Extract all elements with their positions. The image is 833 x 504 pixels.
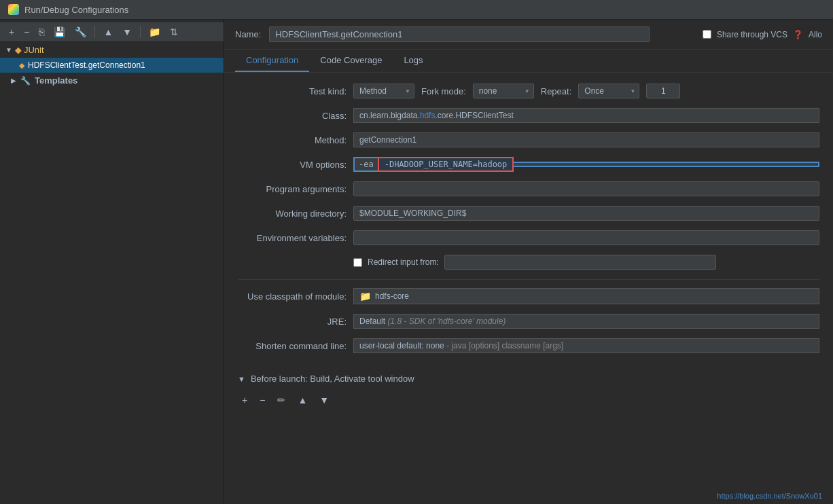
jre-row: JRE: Default (1.8 - SDK of 'hdfs-core' m…: [238, 314, 819, 329]
redirect-input[interactable]: [444, 255, 716, 270]
repeat-select-wrapper: Once: [578, 84, 639, 98]
redirect-checkbox[interactable]: [353, 258, 362, 267]
footer-url-area: https://blog.csdn.net/SnowXu01: [717, 491, 822, 501]
junit-arrow-icon: ▼: [5, 46, 12, 54]
form-area: Test kind: Method Fork mode: none: [224, 73, 833, 374]
shorten-detail: - java [options] classname [args]: [446, 341, 563, 350]
folder-button[interactable]: 📁: [145, 25, 164, 39]
shorten-label: Shorten command line:: [238, 341, 347, 351]
before-launch-label: Before launch: Build, Activate tool wind…: [251, 374, 414, 384]
before-launch-actions: + − ✏ ▲ ▼: [238, 391, 819, 407]
class-prefix: cn.learn.bigdata.: [359, 111, 420, 120]
redirect-label: Redirect input from:: [368, 257, 439, 267]
test-kind-row: Test kind: Method Fork mode: none: [238, 84, 819, 98]
test-kind-select[interactable]: Method: [353, 84, 414, 98]
save-button[interactable]: 💾: [50, 25, 69, 39]
copy-button[interactable]: ⎘: [35, 25, 48, 39]
method-value-display: getConnection1: [353, 132, 819, 147]
fork-mode-select-wrapper: none: [473, 84, 534, 98]
remove-button[interactable]: −: [20, 25, 33, 39]
before-launch-down-btn[interactable]: ▼: [315, 393, 333, 407]
program-args-label: Program arguments:: [238, 184, 347, 194]
templates-item[interactable]: ▶ 🔧 Templates: [0, 73, 224, 88]
class-suffix: .core.HDFSClientTest: [435, 111, 513, 120]
method-control: getConnection1: [353, 132, 819, 147]
shorten-control: user-local default: none - java [options…: [353, 338, 819, 353]
env-vars-row: Environment variables:: [238, 230, 819, 245]
vm-rest-display: [514, 162, 819, 167]
shorten-value: user-local default: none: [359, 341, 444, 350]
down-button[interactable]: ▼: [119, 25, 135, 39]
redirect-row: Redirect input from:: [238, 255, 819, 270]
redirect-control: Redirect input from:: [353, 255, 819, 270]
title-bar: Run/Debug Configurations: [0, 0, 833, 20]
class-control: cn.learn.bigdata.hdfs.core.HDFSClientTes…: [353, 108, 819, 123]
up-button[interactable]: ▲: [100, 25, 116, 39]
jre-detail-text: (1.8 - SDK of 'hdfs-core' module): [387, 317, 506, 326]
vm-options-label: VM options:: [238, 160, 347, 170]
settings-button[interactable]: 🔧: [71, 25, 90, 39]
module-icon: 📁: [359, 291, 371, 302]
fork-mode-select[interactable]: none: [473, 84, 534, 98]
sidebar: + − ⎘ 💾 🔧 ▲ ▼ 📁 ⇅ ▼ ◆ JUnit ◆ HDFSClient…: [0, 20, 224, 503]
divider: [94, 26, 95, 38]
share-label: Share through VCS: [717, 30, 787, 39]
tab-configuration[interactable]: Configuration: [235, 50, 309, 72]
before-launch-remove-btn[interactable]: −: [255, 393, 269, 407]
tab-code-coverage[interactable]: Code Coverage: [309, 50, 393, 72]
templates-arrow-icon: ▶: [11, 77, 16, 84]
before-launch-edit-btn[interactable]: ✏: [273, 393, 289, 407]
vm-prefix-display: -ea: [353, 157, 378, 172]
classpath-module-display: 📁 hdfs-core: [353, 288, 819, 304]
name-input[interactable]: [269, 26, 650, 42]
junit-label: JUnit: [24, 45, 44, 55]
sort-button[interactable]: ⇅: [166, 25, 181, 39]
before-launch-add-btn[interactable]: +: [238, 393, 251, 407]
before-launch-up-btn[interactable]: ▲: [294, 393, 311, 407]
config-icon: ◆: [19, 61, 24, 70]
classpath-row: Use classpath of module: 📁 hdfs-core: [238, 288, 819, 304]
jre-value-display: Default (1.8 - SDK of 'hdfs-core' module…: [353, 314, 819, 329]
before-launch-arrow-icon: ▼: [238, 375, 245, 383]
working-dir-control: [353, 206, 819, 221]
test-kind-select-wrapper: Method: [353, 84, 414, 98]
tab-logs[interactable]: Logs: [393, 50, 433, 72]
junit-group[interactable]: ▼ ◆ JUnit: [0, 42, 224, 58]
env-vars-label: Environment variables:: [238, 233, 347, 243]
divider2: [140, 26, 141, 38]
class-label: Class:: [238, 111, 347, 121]
vm-input-group: -ea -DHADOOP_USER_NAME=hadoop: [353, 157, 819, 172]
env-vars-control: [353, 230, 819, 245]
templates-icon: 🔧: [20, 76, 31, 86]
shorten-row: Shorten command line: user-local default…: [238, 338, 819, 353]
add-button[interactable]: +: [5, 25, 18, 39]
jre-control: Default (1.8 - SDK of 'hdfs-core' module…: [353, 314, 819, 329]
working-dir-label: Working directory:: [238, 209, 347, 219]
repeat-select[interactable]: Once: [578, 84, 639, 98]
share-checkbox[interactable]: [703, 30, 711, 39]
classpath-label: Use classpath of module:: [238, 291, 347, 302]
tabs-bar: Configuration Code Coverage Logs: [224, 50, 833, 73]
jre-label: JRE:: [238, 317, 347, 327]
shorten-value-display: user-local default: none - java [options…: [353, 338, 819, 353]
footer-url: https://blog.csdn.net/SnowXu01: [717, 492, 822, 500]
classpath-control: 📁 hdfs-core: [353, 288, 819, 304]
config-item[interactable]: ◆ HDFSClientTest.getConnection1: [0, 58, 224, 73]
repeat-number-input[interactable]: [646, 84, 680, 98]
test-kind-label: Test kind:: [238, 86, 347, 96]
sidebar-toolbar: + − ⎘ 💾 🔧 ▲ ▼ 📁 ⇅: [0, 22, 224, 42]
jre-default: Default: [359, 317, 385, 326]
program-args-row: Program arguments:: [238, 181, 819, 196]
app-icon: [8, 4, 19, 15]
program-args-control: [353, 181, 819, 196]
method-row: Method: getConnection1: [238, 132, 819, 147]
allow-label: Allo: [809, 30, 822, 39]
env-vars-input[interactable]: [353, 230, 819, 245]
share-area: Share through VCS ❓ Allo: [703, 30, 822, 39]
program-args-input[interactable]: [353, 181, 819, 196]
separator: [238, 279, 819, 280]
question-icon: ❓: [793, 30, 803, 39]
before-launch-header: ▼ Before launch: Build, Activate tool wi…: [238, 374, 819, 384]
vm-highlighted-display: -DHADOOP_USER_NAME=hadoop: [378, 157, 514, 172]
working-dir-input[interactable]: [353, 206, 819, 221]
